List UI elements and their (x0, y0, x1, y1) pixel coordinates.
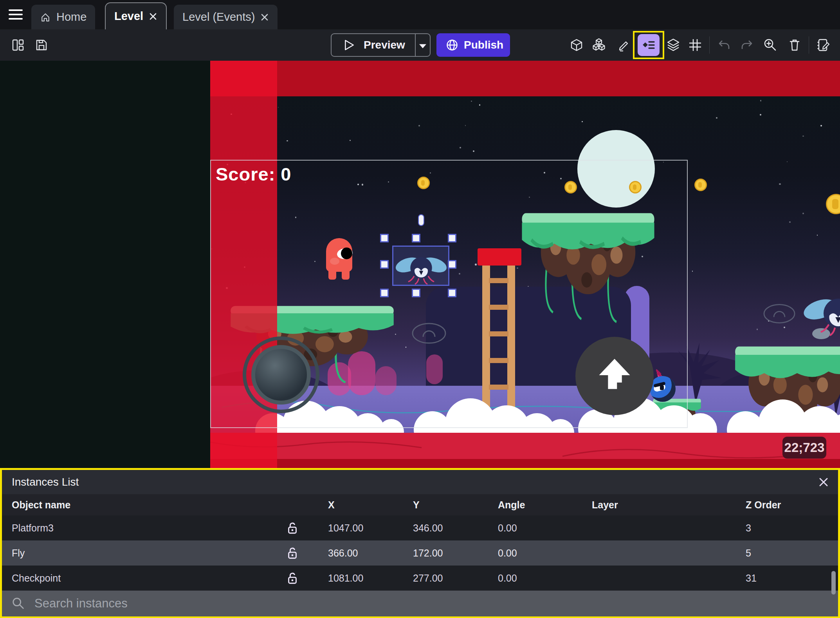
instance-y: 346.00 (406, 522, 491, 534)
instance-row[interactable]: Platform3 1047.00 346.00 0.00 3 (2, 515, 838, 540)
layout-icon[interactable] (11, 38, 25, 52)
red-zone-top[interactable] (210, 61, 840, 96)
tab-level[interactable]: Level (105, 2, 167, 29)
layers-icon[interactable] (666, 38, 680, 52)
pink-bush (426, 354, 443, 384)
search-row (2, 591, 838, 616)
instance-z-order: 5 (739, 548, 838, 559)
resize-handle-e[interactable] (448, 260, 456, 269)
cursor-coordinates-badge: 22;723 (782, 437, 826, 459)
instances-list-panel: Instances List Object name X Y Angle Lay… (0, 468, 840, 618)
panel-scrollbar[interactable] (831, 571, 836, 595)
tab-home-label: Home (56, 11, 87, 23)
resize-handle-nw[interactable] (380, 234, 389, 242)
tab-bar: Home Level Level (Events) (0, 0, 840, 29)
resize-handle-n[interactable] (412, 234, 420, 242)
col-y[interactable]: Y (406, 499, 491, 511)
chevron-down-icon[interactable] (419, 44, 426, 49)
close-icon[interactable] (149, 12, 157, 21)
resize-handle-s[interactable] (412, 289, 420, 297)
platform[interactable] (521, 200, 656, 352)
coin[interactable] (694, 179, 707, 191)
instance-angle: 0.00 (491, 548, 585, 559)
preview-label: Preview (364, 39, 405, 51)
play-icon (343, 39, 355, 51)
panel-title-row: Instances List (2, 470, 838, 494)
moon[interactable] (577, 130, 655, 208)
tab-level-events-label: Level (Events) (182, 11, 255, 23)
pencil-icon[interactable] (616, 38, 631, 52)
joystick[interactable] (251, 345, 311, 405)
instance-x: 366.00 (321, 548, 406, 559)
search-instances-input[interactable] (34, 596, 386, 611)
grid-icon[interactable] (688, 38, 702, 52)
col-layer[interactable]: Layer (585, 499, 739, 511)
undo-icon[interactable] (717, 38, 731, 52)
publish-button[interactable]: Publish (436, 33, 510, 57)
menu-icon[interactable] (9, 9, 23, 20)
resize-handle-se[interactable] (448, 289, 456, 297)
lock-open-icon[interactable] (286, 521, 321, 535)
trash-icon[interactable] (788, 38, 802, 52)
divider (415, 34, 416, 56)
eye-outline (411, 322, 447, 345)
col-angle[interactable]: Angle (491, 499, 585, 511)
toolbar: Preview Publish (0, 29, 840, 61)
instance-y: 277.00 (406, 573, 491, 584)
scene-editor-canvas[interactable]: Score: 0 22;723 (0, 61, 840, 468)
lock-open-icon[interactable] (286, 571, 321, 585)
instance-y: 172.00 (406, 548, 491, 559)
blue-enemy[interactable] (650, 369, 677, 402)
fly-enemy[interactable] (802, 288, 840, 339)
red-zone-bottom-dark (210, 459, 840, 468)
editor-empty-area (0, 61, 210, 468)
save-icon[interactable] (34, 38, 49, 52)
home-icon (40, 12, 51, 23)
resize-handle-sw[interactable] (380, 289, 389, 297)
coin[interactable] (564, 181, 577, 193)
close-icon[interactable] (818, 476, 829, 488)
search-icon (12, 597, 25, 610)
col-object-name[interactable]: Object name (2, 499, 286, 511)
jump-button[interactable] (575, 337, 654, 415)
instance-row[interactable]: Checkpoint 1081.00 277.00 0.00 31 (2, 566, 838, 591)
instance-name: Fly (2, 548, 286, 559)
eye-outline (762, 303, 796, 324)
coin[interactable] (826, 194, 840, 214)
edit-scene-icon[interactable] (817, 38, 831, 52)
instance-x: 1081.00 (321, 573, 406, 584)
divider (709, 36, 710, 54)
up-arrow-icon (594, 356, 635, 396)
instances-list-icon (641, 38, 656, 52)
col-x[interactable]: X (321, 499, 406, 511)
player-character[interactable] (326, 238, 352, 280)
selection-box[interactable] (392, 246, 449, 286)
instances-list-button[interactable] (638, 34, 660, 56)
lock-open-icon[interactable] (286, 546, 321, 560)
instance-angle: 0.00 (491, 522, 585, 534)
rotate-handle[interactable] (418, 214, 424, 226)
objects-icon[interactable] (592, 38, 606, 52)
tab-home[interactable]: Home (31, 5, 95, 29)
tab-level-events[interactable]: Level (Events) (174, 5, 278, 29)
col-z-order[interactable]: Z Order (739, 499, 838, 511)
coin[interactable] (417, 177, 430, 189)
selected-fly[interactable] (393, 249, 449, 287)
resize-handle-w[interactable] (380, 260, 389, 269)
red-zone-waves (210, 433, 840, 459)
instance-z-order: 3 (739, 522, 838, 534)
zoom-in-icon[interactable] (763, 38, 777, 52)
coin[interactable] (629, 181, 642, 193)
close-icon[interactable] (260, 13, 269, 22)
3d-box-icon[interactable] (570, 38, 584, 52)
game-scene[interactable]: Score: 0 22;723 (210, 61, 840, 468)
panel-title: Instances List (12, 476, 79, 488)
divider (809, 36, 809, 54)
preview-button[interactable]: Preview (331, 33, 431, 57)
instance-row[interactable]: Fly 366.00 172.00 0.00 5 (2, 540, 838, 566)
instance-angle: 0.00 (491, 573, 585, 584)
instances-rows: Platform3 1047.00 346.00 0.00 3 Fly (2, 515, 838, 591)
resize-handle-ne[interactable] (448, 234, 456, 242)
instances-header-row: Object name X Y Angle Layer Z Order (2, 494, 838, 515)
redo-icon[interactable] (740, 38, 754, 52)
